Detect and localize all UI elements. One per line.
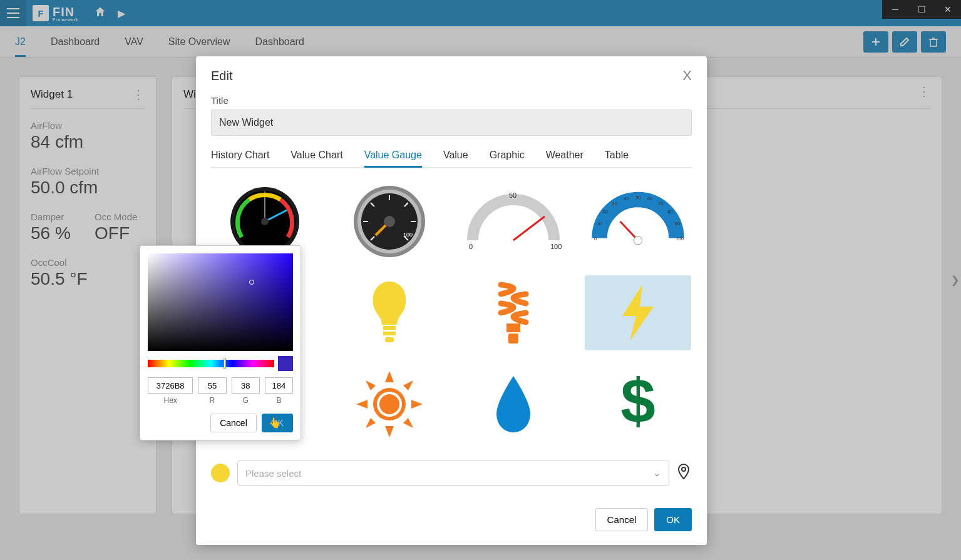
chevron-down-icon: ⌄ [653,467,661,479]
widget-title-input[interactable] [211,109,692,136]
svg-text:40: 40 [624,196,629,201]
r-label: R [198,396,226,405]
select-placeholder: Please select [245,468,301,479]
svg-marker-51 [385,426,394,437]
svg-point-11 [261,218,269,225]
svg-marker-55 [403,380,413,390]
hex-input[interactable] [148,377,193,394]
svg-text:50: 50 [509,191,516,199]
point-select-dropdown[interactable]: Please select ⌄ [237,461,669,486]
colorpicker-cancel-button[interactable]: Cancel [210,414,257,432]
color-picker-popover: Hex R G B Cancel OK 👆 [140,245,301,440]
svg-point-41 [634,237,642,245]
svg-text:90: 90 [674,221,679,227]
tab-value-gauge[interactable]: Value Gauge [364,150,422,167]
gauge-option-lightning-icon[interactable] [585,275,691,350]
svg-text:$: $ [620,370,655,436]
tab-value-chart[interactable]: Value Chart [290,150,342,167]
svg-line-25 [513,216,545,240]
svg-marker-56 [366,418,376,428]
color-swatch[interactable] [211,464,230,482]
svg-text:100: 100 [550,243,562,250]
svg-marker-53 [411,400,423,409]
gauge-option-sun-icon[interactable] [336,367,443,442]
svg-text:50: 50 [635,195,640,200]
tab-table[interactable]: Table [605,150,629,167]
tab-weather[interactable]: Weather [546,150,583,167]
b-label: B [265,396,293,405]
svg-text:100: 100 [403,232,413,238]
svg-marker-57 [403,418,413,428]
gauge-option-blue-arc[interactable]: 01020 304050 607080 90100 [585,184,691,259]
g-input[interactable] [232,377,260,394]
svg-rect-45 [506,323,520,332]
svg-point-49 [379,394,399,414]
r-input[interactable] [198,377,226,394]
color-preview-swatch [278,356,293,371]
svg-text:80: 80 [667,209,672,215]
color-hue-slider[interactable] [148,360,274,367]
svg-point-59 [682,467,686,471]
svg-text:70: 70 [658,201,663,206]
b-input[interactable] [265,377,293,394]
gauge-option-chrome-dial[interactable]: 100 [336,184,443,259]
gauge-option-water-drop-icon[interactable] [460,367,567,442]
sv-cursor[interactable] [249,280,254,285]
svg-text:0: 0 [469,243,473,250]
gauge-option-cfl-bulb-icon[interactable] [460,275,567,350]
svg-point-24 [384,216,395,227]
svg-marker-50 [385,371,394,382]
g-label: G [232,396,260,405]
location-pin-icon[interactable] [677,464,692,482]
tab-history-chart[interactable]: History Chart [211,150,269,167]
svg-text:10: 10 [597,221,602,227]
svg-text:0: 0 [594,236,597,242]
svg-marker-52 [356,400,367,409]
title-field-label: Title [211,95,692,106]
dialog-close-icon[interactable]: X [682,68,692,84]
svg-text:100: 100 [676,236,684,242]
dialog-cancel-button[interactable]: Cancel [595,508,649,531]
gauge-option-semi-arc[interactable]: 0 50 100 [460,184,567,259]
tab-value[interactable]: Value [443,150,468,167]
svg-text:30: 30 [612,201,617,206]
svg-text:20: 20 [602,209,607,215]
dialog-title: Edit [211,69,232,83]
hue-cursor[interactable] [224,359,226,369]
dialog-ok-button[interactable]: OK [654,508,692,531]
colorpicker-ok-button[interactable]: OK 👆 [262,414,293,432]
gauge-option-bulb-icon[interactable] [336,275,443,350]
hex-label: Hex [148,396,193,405]
svg-rect-44 [385,337,394,342]
widget-type-tabs: History Chart Value Chart Value Gauge Va… [211,150,692,168]
svg-marker-54 [366,380,376,390]
color-saturation-value-area[interactable] [148,253,293,351]
tab-graphic[interactable]: Graphic [490,150,525,167]
svg-rect-43 [383,332,396,335]
svg-rect-42 [383,326,396,330]
svg-text:60: 60 [647,196,652,201]
gauge-option-dollar-icon[interactable]: $ [585,367,691,442]
svg-rect-46 [508,333,518,344]
cursor-hand-icon: 👆 [269,417,281,429]
